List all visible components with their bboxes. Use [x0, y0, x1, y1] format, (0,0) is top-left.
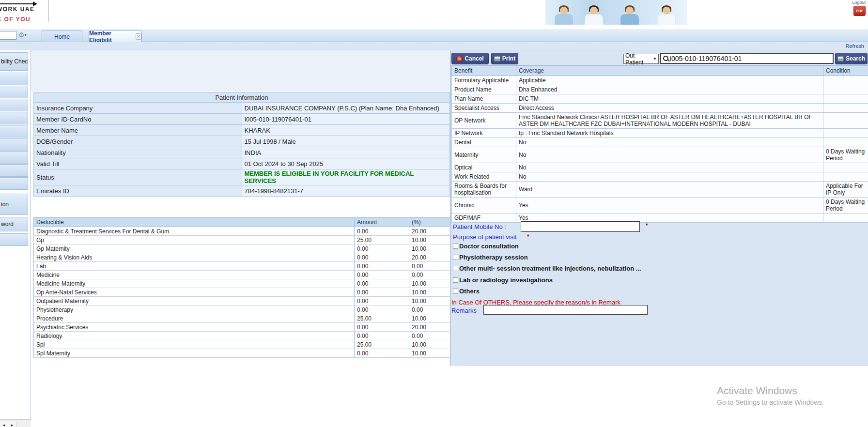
table-row: Insurance CompanyDUBAI INSURANCE COMPANY… — [34, 103, 450, 114]
sidebar-item[interactable] — [0, 86, 28, 98]
logo-text-network-uae: TWORK UAE — [0, 6, 35, 13]
logo-arrow-icon — [0, 3, 33, 4]
photo-person — [656, 5, 678, 25]
visit-type-select[interactable]: Out Patient▼ — [623, 54, 659, 64]
header-banner-photo — [545, 0, 687, 25]
remarks-label: Remarks — [451, 307, 477, 314]
table-row: ChronicYes0 Days Waiting Period — [452, 198, 868, 214]
eligibility-status: MEMBER IS ELIGIBLE IN YOUR FACILITY FOR … — [242, 169, 450, 185]
table-row: MaternityNo0 Days Waiting Period — [452, 147, 868, 163]
sidebar-item-ion[interactable]: ion — [0, 194, 28, 215]
photo-person — [583, 5, 605, 25]
table-row: Spl Maternity0.0010.00 — [34, 349, 450, 358]
sidebar-item[interactable] — [0, 99, 28, 111]
company-logo: TWORK UAE RE OF YOU — [0, 0, 48, 22]
cancel-button[interactable]: ×Cancel — [451, 53, 489, 64]
activate-windows-subtext: Go to Settings to activate Windows. — [717, 398, 824, 406]
table-row: Rooms & Boards for hospitalisationWardAp… — [452, 182, 868, 198]
required-marker: * — [646, 222, 648, 229]
table-row: Medicine-Maternity0.0010.00 — [34, 279, 450, 288]
tab-member-eligibility[interactable]: Member Eligibilit × — [89, 30, 142, 42]
table-row: Specialist AccessDirect Access — [452, 104, 868, 113]
table-row: GDF/MAFYes — [452, 214, 868, 223]
table-row: Valid Till01 Oct 2024 to 30 Sep 2025 — [34, 158, 450, 169]
purpose-label: Purpose of patient visit — [453, 233, 517, 241]
table-row: Plan NameDIC TM — [452, 94, 868, 104]
table-row: DentalNo — [452, 138, 868, 147]
horizontal-scrollbar[interactable]: ◄► — [0, 419, 31, 427]
close-tab-icon[interactable]: × — [136, 33, 141, 40]
sidebar-item-eligibility-check[interactable]: bility Check — [0, 52, 28, 71]
purpose-option-lab-radiology: Lab or radiology investigations — [453, 276, 553, 284]
table-row: IP NetworkIp : Fmc Standard Network Hosp… — [452, 129, 868, 138]
scroll-right-icon[interactable]: ► — [8, 422, 16, 427]
tab-bar: ⚙▾ Home Member Eligibilit × — [0, 29, 868, 42]
deductible-table: Deductible Amount (%) Diagnostic & Treat… — [33, 217, 450, 358]
search-button[interactable]: Search — [835, 53, 868, 64]
table-row: Op Ante-Natal Services0.0010.00 — [34, 288, 450, 297]
sidebar-item[interactable] — [0, 164, 28, 177]
print-button[interactable]: Print — [491, 53, 518, 64]
pdf-export-icon[interactable]: PDF — [853, 6, 866, 16]
purpose-option-others: Others — [453, 288, 480, 295]
table-row: Gp25.0010.00 — [34, 236, 450, 244]
checkbox[interactable] — [453, 266, 458, 271]
table-row: Lab0.000.00 — [34, 262, 450, 271]
patient-mobile-input[interactable] — [521, 221, 640, 232]
refresh-link[interactable]: Refresh — [845, 43, 864, 49]
main-content: Patient Information Insurance CompanyDUB… — [31, 50, 868, 427]
table-row: Work RelatedNo — [452, 172, 868, 182]
table-row: StatusMEMBER IS ELIGIBLE IN YOUR FACILIT… — [34, 169, 450, 185]
table-row: Member NameKHARAK — [34, 125, 450, 136]
required-marker: * — [527, 233, 529, 240]
table-row: Product NameDha Enhanced — [452, 85, 868, 94]
scroll-left-icon[interactable]: ◄ — [0, 422, 8, 427]
table-header-row: Deductible Amount (%) — [34, 218, 450, 227]
quick-search-input[interactable] — [0, 31, 16, 40]
patient-mobile-label: Patient Mobile No : — [453, 223, 506, 230]
checkbox[interactable] — [453, 255, 458, 260]
checkbox[interactable] — [453, 277, 458, 283]
table-row: Physiotherapy0.000.00 — [34, 305, 450, 314]
table-row: Outpatient Maternity0.0010.00 — [34, 297, 450, 305]
table-row: Medicine0.000.00 — [34, 271, 450, 279]
member-search-box — [660, 53, 834, 64]
top-header: TWORK UAE RE OF YOU Logout PDF — [0, 0, 868, 29]
sidebar-item[interactable] — [0, 151, 28, 164]
table-row: NationalityINDIA — [34, 147, 450, 158]
table-row: Radiology0.000.00 — [34, 332, 450, 340]
sidebar-item[interactable] — [0, 125, 28, 137]
table-row: Member ID-CardNoI005-010-119076401-01 — [34, 114, 450, 125]
purpose-option-other-multi-session: Other multi- session treatment like inje… — [453, 265, 641, 272]
table-row: DOB/Gender15 Jul 1998 / Male — [34, 136, 450, 147]
gear-menu-button[interactable]: ⚙▾ — [18, 30, 32, 40]
checkbox[interactable] — [453, 289, 458, 294]
checkbox[interactable] — [453, 244, 458, 249]
member-search-input[interactable] — [669, 55, 831, 62]
sidebar-item[interactable] — [0, 177, 28, 190]
refresh-band: Refresh — [0, 42, 868, 50]
remarks-input[interactable] — [483, 305, 648, 315]
photo-person — [619, 5, 641, 25]
sidebar-item-password[interactable]: word — [0, 217, 28, 231]
printer-icon — [494, 56, 500, 61]
purpose-option-doctor-consultation: Doctor consultation — [453, 243, 519, 250]
benefit-table: Benefit Coverage Condition Formulary App… — [451, 65, 868, 223]
table-row: Gp Maternity0.0010.00 — [34, 244, 450, 253]
patient-info-table: Patient Information Insurance CompanyDUB… — [33, 92, 450, 197]
sidebar: bility Check ion word — [0, 50, 31, 419]
table-row: Procedure25.0010.00 — [34, 314, 450, 323]
table-row: Formulary ApplicableApplicable — [452, 76, 868, 85]
logout-link[interactable]: Logout — [852, 0, 866, 5]
search-icon — [663, 55, 669, 62]
table-row: Diagnostic & Treatment Services For Dent… — [34, 227, 450, 236]
chevron-down-icon: ▼ — [653, 57, 657, 61]
logo-text-tagline: RE OF YOU — [0, 16, 31, 23]
sidebar-item[interactable] — [0, 138, 28, 151]
table-row: OP NetworkFmc Standard Network Clinics+A… — [452, 113, 868, 129]
sidebar-item[interactable] — [0, 73, 28, 85]
search-button-icon — [837, 56, 844, 61]
sidebar-item[interactable] — [0, 233, 28, 246]
tab-home[interactable]: Home — [42, 30, 82, 42]
sidebar-item[interactable] — [0, 112, 28, 124]
